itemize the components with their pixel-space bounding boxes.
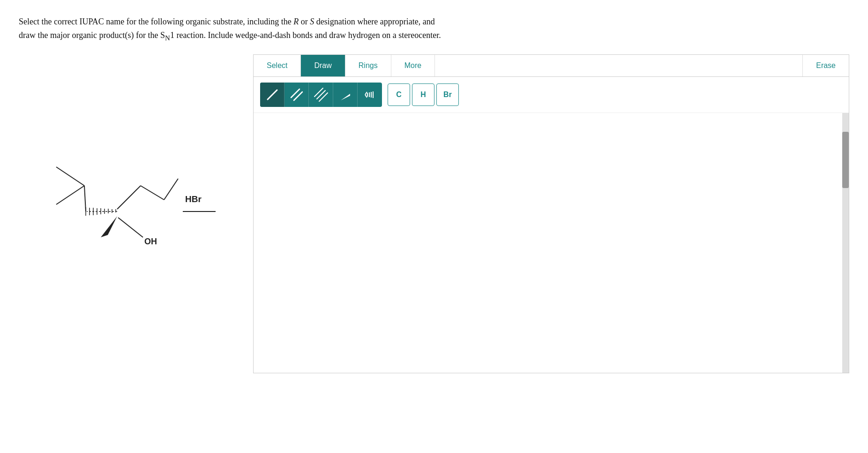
question-italic1: R bbox=[293, 17, 299, 26]
question-part2: or bbox=[299, 17, 310, 26]
svg-line-1 bbox=[56, 167, 84, 186]
double-bond-button[interactable] bbox=[284, 83, 309, 107]
svg-line-7 bbox=[118, 218, 143, 237]
svg-line-29 bbox=[365, 92, 367, 95]
svg-line-19 bbox=[84, 186, 86, 211]
molecule-area: OH HBr bbox=[19, 54, 253, 289]
select-button[interactable]: Select bbox=[254, 55, 301, 76]
reagent-label: HBr bbox=[185, 194, 202, 204]
triple-bond-button[interactable] bbox=[309, 83, 333, 107]
draw-button[interactable]: Draw bbox=[301, 55, 345, 76]
atom-group: C H Br bbox=[388, 83, 459, 106]
question-part1: Select the correct IUPAC name for the fo… bbox=[19, 17, 293, 26]
bond-toolbar: C H Br bbox=[254, 77, 849, 113]
molecule-svg: OH HBr bbox=[19, 92, 216, 270]
drawing-canvas[interactable] bbox=[254, 113, 849, 373]
svg-line-4 bbox=[117, 186, 141, 209]
svg-line-22 bbox=[268, 90, 277, 99]
svg-line-0 bbox=[56, 186, 84, 204]
single-bond-icon bbox=[265, 87, 280, 102]
svg-line-5 bbox=[141, 186, 164, 200]
svg-marker-28 bbox=[341, 94, 350, 100]
toolbar: Select Draw Rings More Erase bbox=[254, 55, 849, 77]
carbon-button[interactable]: C bbox=[388, 83, 410, 106]
svg-line-26 bbox=[317, 91, 325, 99]
svg-line-25 bbox=[314, 88, 323, 97]
triple-bond-icon bbox=[314, 87, 329, 102]
rings-button[interactable]: Rings bbox=[345, 55, 391, 76]
question-italic2: S bbox=[310, 17, 314, 26]
question-part3: designation where appropriate, and bbox=[314, 17, 434, 26]
scrollbar-thumb[interactable] bbox=[842, 132, 849, 188]
question-line2-part1: draw the major organic product(s) for th… bbox=[19, 30, 165, 40]
tool-panel: Select Draw Rings More Erase bbox=[253, 54, 849, 373]
svg-line-6 bbox=[164, 179, 178, 200]
svg-marker-3 bbox=[101, 216, 117, 237]
erase-button[interactable]: Erase bbox=[802, 55, 849, 76]
double-bond-icon bbox=[289, 87, 304, 102]
svg-line-30 bbox=[365, 95, 367, 98]
more-button[interactable]: More bbox=[391, 55, 435, 76]
dash-bond-icon bbox=[362, 87, 377, 102]
question-subscript: N bbox=[165, 34, 170, 41]
single-bond-button[interactable] bbox=[260, 83, 284, 107]
scrollbar-track[interactable] bbox=[842, 113, 849, 373]
dash-bond-button[interactable] bbox=[358, 83, 382, 107]
wedge-bond-button[interactable] bbox=[333, 83, 358, 107]
question-text: Select the correct IUPAC name for the fo… bbox=[19, 15, 675, 43]
svg-text:OH: OH bbox=[144, 237, 157, 246]
svg-line-27 bbox=[319, 93, 328, 101]
bromine-button[interactable]: Br bbox=[436, 83, 459, 106]
bond-group bbox=[260, 83, 382, 107]
hydrogen-button[interactable]: H bbox=[412, 83, 434, 106]
wedge-bond-icon bbox=[338, 87, 353, 102]
question-line2-part2: 1 reaction. Include wedge-and-dash bonds… bbox=[170, 30, 441, 40]
